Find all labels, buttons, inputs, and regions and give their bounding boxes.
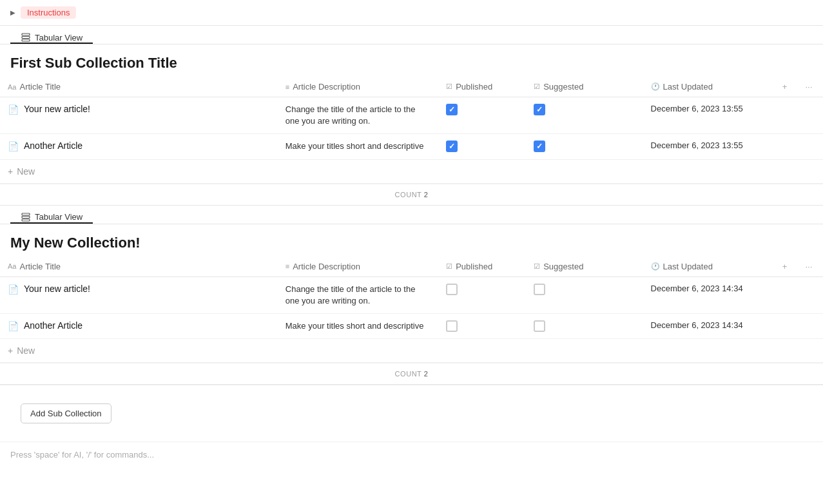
cell-desc-1-1: Change the title of the article to the o… <box>278 97 438 134</box>
col-title-label-2: Article Title <box>19 262 61 271</box>
table-icon-2 <box>21 212 31 222</box>
svg-rect-3 <box>22 213 30 215</box>
collection-section-1: Tabular View First Sub Collection Title … <box>0 26 823 206</box>
instructions-badge[interactable]: Instructions <box>21 6 76 19</box>
new-plus-icon-2: + <box>8 345 13 356</box>
published-checkbox-1-1[interactable] <box>446 104 458 115</box>
cell-upd-1-1: December 6, 2023 13:55 <box>643 97 775 134</box>
col-sug-label-1: Suggested <box>543 82 583 92</box>
cell-sug-1-2[interactable] <box>526 134 643 159</box>
cell-pub-2-1[interactable] <box>438 276 526 313</box>
col-header-upd-1: 🕐 Last Updated <box>643 77 775 97</box>
col-pub-label-1: Published <box>456 82 492 92</box>
check-sug-icon-1: ☑ <box>534 82 540 91</box>
tabular-view-tab-2[interactable]: Tabular View <box>10 206 93 224</box>
article-icon-1-1: 📄 <box>8 104 19 115</box>
table-header-row-1: Aa Article Title ≡ Article Description ☑ <box>0 77 823 97</box>
count-row-1: COUNT 2 <box>0 184 823 205</box>
article-link-1-1[interactable]: Your new article! <box>24 104 90 114</box>
lines-icon-2: ≡ <box>286 262 289 270</box>
article-icon-1-2: 📄 <box>8 141 19 151</box>
article-link-2-2[interactable]: Another Article <box>24 320 82 331</box>
new-row-1[interactable]: + New <box>0 159 823 183</box>
cell-pub-2-2[interactable] <box>438 313 526 338</box>
cell-pub-1-2[interactable] <box>438 134 526 159</box>
collection-title-1: First Sub Collection Title <box>0 44 823 77</box>
cell-add-2-1 <box>775 276 798 313</box>
col-desc-label-2: Article Description <box>293 262 360 271</box>
cell-title-2-2[interactable]: 📄 Another Article <box>0 313 278 338</box>
article-icon-2-1: 📄 <box>8 284 19 295</box>
clock-icon-2: 🕐 <box>651 262 660 271</box>
count-row-2: COUNT 2 <box>0 363 823 384</box>
cell-more-2-1 <box>797 276 823 313</box>
tabular-view-tab-1[interactable]: Tabular View <box>10 26 93 44</box>
cell-title-1-1[interactable]: 📄 Your new article! <box>0 97 278 134</box>
cell-more-1-2 <box>797 134 823 159</box>
cell-upd-1-2: December 6, 2023 13:55 <box>643 134 775 159</box>
col-header-desc-2: ≡ Article Description <box>278 257 438 277</box>
col-header-upd-2: 🕐 Last Updated <box>643 257 775 277</box>
count-value-2: 2 <box>424 370 429 378</box>
new-plus-icon-1: + <box>8 166 13 177</box>
cell-desc-1-2: Make your titles short and descriptive <box>278 134 438 159</box>
add-sub-collection-button[interactable]: Add Sub Collection <box>21 403 111 423</box>
col-header-pub-1: ☑ Published <box>438 77 526 97</box>
col-pub-label-2: Published <box>456 262 492 271</box>
table-row: 📄 Another Article Make your titles short… <box>0 134 823 159</box>
svg-rect-0 <box>22 34 30 35</box>
instructions-arrow-icon: ▶ <box>10 9 15 16</box>
published-checkbox-2-2[interactable] <box>446 320 458 332</box>
col-sug-label-2: Suggested <box>543 262 583 271</box>
new-label-1: New <box>17 166 35 177</box>
table-row: 📄 Another Article Make your titles short… <box>0 313 823 338</box>
cell-pub-1-1[interactable] <box>438 97 526 134</box>
check-sug-icon-2: ☑ <box>534 262 540 271</box>
col-header-add-1[interactable]: + <box>775 77 798 97</box>
table-row: 📄 Your new article! Change the title of … <box>0 276 823 313</box>
cell-sug-1-1[interactable] <box>526 97 643 134</box>
suggested-checkbox-2-2[interactable] <box>534 320 545 332</box>
data-table-1: Aa Article Title ≡ Article Description ☑ <box>0 77 823 184</box>
article-link-1-2[interactable]: Another Article <box>24 141 82 151</box>
aa-icon-1: Aa <box>8 83 16 91</box>
col-header-add-2[interactable]: + <box>775 257 798 277</box>
cell-sug-2-1[interactable] <box>526 276 643 313</box>
cell-add-1-2 <box>775 134 798 159</box>
col-title-label-1: Article Title <box>19 82 61 92</box>
col-upd-label-2: Last Updated <box>663 262 713 271</box>
col-header-more-1[interactable]: ··· <box>797 77 823 97</box>
count-value-1: 2 <box>424 191 429 199</box>
suggested-checkbox-2-1[interactable] <box>534 284 545 295</box>
cell-sug-2-2[interactable] <box>526 313 643 338</box>
cell-upd-2-1: December 6, 2023 14:34 <box>643 276 775 313</box>
tabular-view-label-2: Tabular View <box>35 212 82 222</box>
collection-section-2: Tabular View My New Collection! Aa Artic… <box>0 206 823 385</box>
check-pub-icon-1: ☑ <box>446 82 452 91</box>
tabular-view-label-1: Tabular View <box>35 33 82 43</box>
clock-icon-1: 🕐 <box>651 82 660 91</box>
col-header-more-2[interactable]: ··· <box>797 257 823 277</box>
cell-desc-2-2: Make your titles short and descriptive <box>278 313 438 338</box>
svg-rect-5 <box>22 219 30 221</box>
cell-desc-2-1: Change the title of the article to the o… <box>278 276 438 313</box>
col-header-title-1: Aa Article Title <box>0 77 278 97</box>
cell-more-2-2 <box>797 313 823 338</box>
published-checkbox-2-1[interactable] <box>446 284 458 295</box>
cell-title-1-2[interactable]: 📄 Another Article <box>0 134 278 159</box>
instructions-bar[interactable]: ▶ Instructions <box>0 0 823 26</box>
new-row-2[interactable]: + New <box>0 339 823 363</box>
lines-icon-1: ≡ <box>286 83 289 91</box>
article-link-2-1[interactable]: Your new article! <box>24 284 90 294</box>
suggested-checkbox-1-1[interactable] <box>534 104 545 115</box>
article-icon-2-2: 📄 <box>8 321 19 331</box>
published-checkbox-1-2[interactable] <box>446 141 458 152</box>
suggested-checkbox-1-2[interactable] <box>534 141 545 152</box>
new-label-2: New <box>17 345 35 356</box>
svg-rect-4 <box>22 216 30 218</box>
cell-title-2-1[interactable]: 📄 Your new article! <box>0 276 278 313</box>
svg-rect-1 <box>22 37 30 39</box>
cell-more-1-1 <box>797 97 823 134</box>
cell-upd-2-2: December 6, 2023 14:34 <box>643 313 775 338</box>
col-upd-label-1: Last Updated <box>663 82 713 92</box>
